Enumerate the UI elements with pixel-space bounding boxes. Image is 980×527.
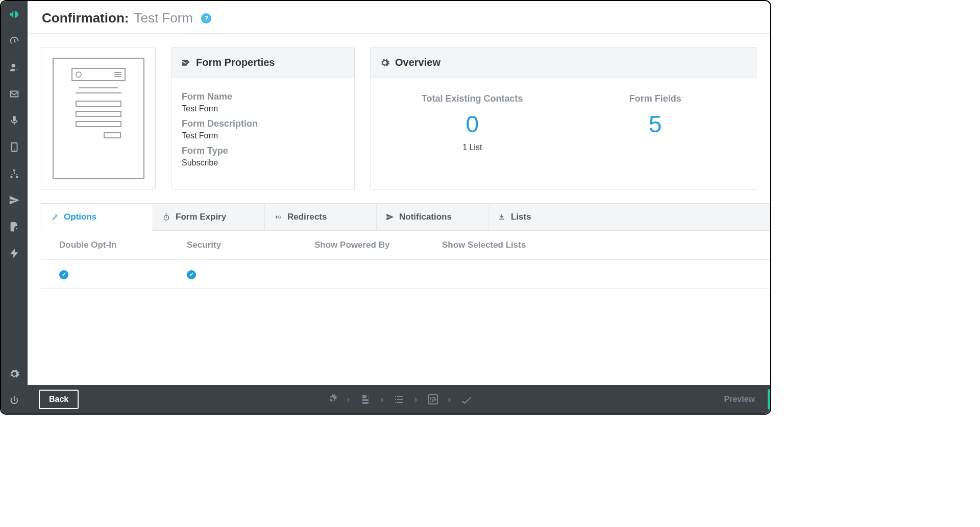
page-header: Confirmation: Test Form ? — [28, 1, 770, 34]
form-desc-label: Form Description — [182, 118, 344, 129]
file-gear-icon — [9, 221, 20, 232]
accent-bar — [768, 389, 770, 410]
fields-value: 5 — [569, 110, 742, 138]
download-list-icon — [498, 213, 506, 221]
sidebar-item-send[interactable] — [1, 187, 28, 213]
preview-link[interactable]: Preview — [724, 395, 755, 404]
sidebar-item-email[interactable] — [1, 81, 28, 107]
step-confirm-icon[interactable] — [460, 393, 473, 405]
contacts-sub: 1 List — [386, 143, 559, 152]
paper-plane-icon — [9, 195, 20, 206]
bolt-icon — [9, 248, 20, 259]
paper-plane-icon — [386, 213, 394, 221]
tab-form-expiry[interactable]: Form Expiry — [153, 203, 265, 230]
power-icon — [9, 395, 20, 406]
envelope-icon — [9, 88, 20, 100]
tab-options[interactable]: Options — [41, 203, 153, 230]
contacts-value: 0 — [386, 110, 559, 138]
gear-icon — [380, 58, 390, 68]
form-name-value: Test Form — [182, 104, 344, 113]
microphone-icon — [9, 115, 20, 126]
fields-label: Form Fields — [569, 93, 742, 104]
wand-icon — [51, 213, 59, 221]
options-panel: Double Opt-In Security Show Powered By S… — [41, 231, 770, 289]
back-button[interactable]: Back — [39, 390, 79, 409]
status-security: ✓ — [187, 270, 196, 279]
sidebar-item-dashboard[interactable] — [1, 28, 28, 54]
gauge-icon — [9, 35, 20, 46]
overview-card: Overview Total Existing Contacts 0 1 Lis… — [370, 47, 757, 190]
tab-lists[interactable]: Lists — [488, 203, 600, 230]
header-prefix: Confirmation: — [42, 10, 129, 26]
col-double-optin: Double Opt-In — [59, 240, 187, 250]
broadcast-icon — [274, 213, 282, 221]
sidebar-item-reports[interactable] — [1, 213, 28, 240]
form-thumbnail — [41, 47, 156, 190]
col-security: Security — [187, 240, 314, 250]
sidebar-item-contacts[interactable] — [1, 54, 28, 81]
form-desc-value: Test Form — [182, 131, 344, 140]
sidebar-item-sitemap[interactable] — [1, 160, 28, 187]
form-name-label: Form Name — [182, 91, 344, 102]
tab-notifications[interactable]: Notifications — [376, 203, 488, 230]
envelope-pencil-icon — [181, 58, 191, 68]
form-type-label: Form Type — [182, 146, 344, 156]
sitemap-icon — [9, 168, 20, 179]
wizard-steps: › › › › — [326, 393, 473, 405]
col-selected-lists: Show Selected Lists — [442, 240, 570, 250]
tab-redirects[interactable]: Redirects — [264, 203, 377, 230]
sidebar-item-campaigns[interactable] — [1, 1, 28, 28]
sidebar-item-audio[interactable] — [1, 107, 28, 134]
step-design-icon[interactable] — [359, 393, 372, 405]
mobile-icon — [9, 141, 20, 153]
overview-title: Overview — [395, 57, 440, 68]
header-title: Test Form — [134, 10, 193, 26]
sidebar — [1, 1, 28, 414]
help-icon[interactable]: ? — [201, 13, 211, 23]
step-settings-icon[interactable] — [326, 393, 338, 405]
form-type-value: Subscribe — [182, 158, 344, 167]
stopwatch-icon — [162, 213, 170, 221]
sidebar-item-logout[interactable] — [1, 387, 28, 414]
sidebar-item-mobile[interactable] — [1, 134, 28, 160]
sidebar-item-settings[interactable] — [1, 361, 28, 387]
contacts-label: Total Existing Contacts — [386, 93, 559, 104]
form-properties-title: Form Properties — [196, 57, 275, 68]
gear-icon — [9, 368, 20, 379]
status-double-optin: ✓ — [59, 270, 68, 279]
megaphone-icon — [9, 9, 20, 20]
form-properties-card: Form Properties Form Name Test Form Form… — [171, 47, 355, 190]
col-powered-by: Show Powered By — [314, 240, 442, 250]
tabs: Options Form Expiry Redirects Notificati… — [41, 203, 770, 231]
step-options-icon[interactable] — [427, 393, 439, 405]
footer: Back › › › › Preview — [28, 385, 770, 414]
person-gear-icon — [9, 62, 20, 73]
sidebar-item-automation[interactable] — [1, 240, 28, 267]
step-list-icon[interactable] — [393, 393, 405, 405]
